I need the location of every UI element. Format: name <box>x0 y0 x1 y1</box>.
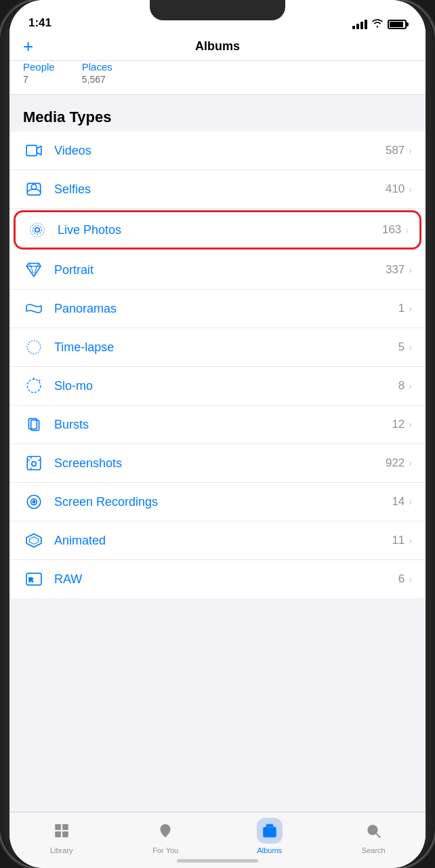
albums-tab-label: Albums <box>257 846 282 854</box>
panoramas-chevron: › <box>409 303 412 314</box>
media-types-title: Media Types <box>23 108 111 125</box>
places-label: Places <box>82 61 112 73</box>
videos-label: Videos <box>54 144 386 158</box>
svg-point-4 <box>35 228 40 233</box>
people-item[interactable]: People 7 <box>23 61 55 85</box>
places-count: 5,567 <box>82 74 112 85</box>
screenshots-chevron: › <box>409 458 412 469</box>
portrait-chevron: › <box>409 264 412 275</box>
portrait-label: Portrait <box>54 263 386 277</box>
raw-label: RAW <box>54 572 398 587</box>
list-item-raw[interactable]: R RAW 6 › <box>9 560 426 598</box>
search-icon <box>365 822 382 840</box>
tab-search[interactable]: Search <box>322 818 426 854</box>
page-title: Albums <box>195 39 240 54</box>
svg-point-5 <box>33 226 42 235</box>
list-item-live-photos[interactable]: Live Photos 163 › <box>14 210 421 250</box>
screenshot-icon <box>23 452 45 474</box>
add-album-button[interactable]: + <box>23 36 33 57</box>
library-icon <box>53 822 70 840</box>
slomo-label: Slo-mo <box>54 379 398 393</box>
bursts-count: 12 <box>392 418 405 431</box>
list-item-bursts[interactable]: Bursts 12 › <box>9 406 426 444</box>
videos-chevron: › <box>409 145 412 156</box>
people-places-section: People 7 Places 5,567 <box>9 61 426 95</box>
selfies-label: Selfies <box>54 182 386 197</box>
media-types-list: Videos 587 › Selfies 410 › <box>9 132 426 598</box>
places-item[interactable]: Places 5,567 <box>82 61 112 85</box>
list-item-portrait[interactable]: Portrait 337 › <box>9 251 426 290</box>
tab-albums[interactable]: Albums <box>218 818 322 854</box>
svg-rect-25 <box>62 831 68 837</box>
selfies-chevron: › <box>409 184 412 195</box>
svg-rect-13 <box>27 456 41 470</box>
svg-marker-18 <box>26 534 41 547</box>
bursts-icon <box>23 414 45 435</box>
albums-icon-wrap <box>257 818 283 844</box>
screen-recordings-label: Screen Recordings <box>54 495 392 509</box>
raw-count: 6 <box>398 572 405 586</box>
list-item-slomo[interactable]: Slo-mo 8 › <box>9 367 426 406</box>
list-item-panoramas[interactable]: Panoramas 1 › <box>9 290 426 328</box>
library-tab-label: Library <box>50 846 73 854</box>
svg-point-14 <box>32 462 37 467</box>
media-types-header: Media Types <box>9 95 426 132</box>
wifi-icon <box>371 18 384 30</box>
panoramas-label: Panoramas <box>54 302 398 316</box>
panorama-icon <box>23 298 45 319</box>
svg-rect-23 <box>62 824 68 830</box>
list-item-screenshots[interactable]: Screenshots 922 › <box>9 444 426 483</box>
slomo-count: 8 <box>398 379 405 393</box>
selfie-icon <box>23 178 45 200</box>
nav-header: + Albums <box>9 34 426 61</box>
portrait-count: 337 <box>386 263 405 277</box>
animated-count: 11 <box>392 534 405 547</box>
list-item-timelapse[interactable]: Time-lapse 5 › <box>9 328 426 367</box>
svg-text:R: R <box>28 576 33 583</box>
search-tab-label: Search <box>362 846 386 854</box>
screenshots-count: 922 <box>386 456 405 470</box>
home-indicator <box>177 859 258 863</box>
albums-icon <box>261 822 278 840</box>
screen-recordings-chevron: › <box>409 496 412 507</box>
svg-marker-1 <box>37 146 41 155</box>
live-photos-label: Live Photos <box>58 223 382 237</box>
phone-frame: 1:41 <box>0 0 435 868</box>
tab-library[interactable]: Library <box>9 818 114 854</box>
live-photos-icon <box>26 219 48 241</box>
list-item-selfies[interactable]: Selfies 410 › <box>9 170 426 209</box>
screen-recording-icon <box>23 491 45 513</box>
status-time: 1:41 <box>28 16 51 30</box>
people-label: People <box>23 61 55 73</box>
library-icon-wrap <box>49 818 75 844</box>
timelapse-icon <box>23 336 45 358</box>
svg-rect-22 <box>55 824 61 830</box>
raw-icon: R <box>23 568 45 590</box>
scroll-content: People 7 Places 5,567 Media Types <box>9 61 426 805</box>
list-item-videos[interactable]: Videos 587 › <box>9 132 426 170</box>
videos-count: 587 <box>386 144 405 157</box>
phone-screen: 1:41 <box>9 0 426 868</box>
screenshots-label: Screenshots <box>54 456 386 471</box>
list-item-animated[interactable]: Animated 11 › <box>9 521 426 560</box>
video-icon <box>23 140 45 161</box>
animated-label: Animated <box>54 534 392 548</box>
for-you-tab-label: For You <box>152 846 178 854</box>
bursts-label: Bursts <box>54 418 392 432</box>
svg-rect-24 <box>55 831 61 837</box>
list-item-screen-recordings[interactable]: Screen Recordings 14 › <box>9 483 426 521</box>
screen-recordings-count: 14 <box>392 495 405 509</box>
animated-icon <box>23 530 45 551</box>
panoramas-count: 1 <box>398 302 405 315</box>
svg-point-6 <box>30 223 45 237</box>
timelapse-chevron: › <box>409 342 412 353</box>
tab-for-you[interactable]: For You <box>114 818 218 854</box>
svg-point-7 <box>27 340 41 354</box>
svg-rect-0 <box>26 145 37 155</box>
for-you-icon <box>157 822 174 840</box>
notch <box>150 0 285 20</box>
slomo-chevron: › <box>409 380 412 391</box>
svg-rect-26 <box>263 827 276 837</box>
timelapse-count: 5 <box>398 340 405 354</box>
timelapse-label: Time-lapse <box>54 340 398 355</box>
